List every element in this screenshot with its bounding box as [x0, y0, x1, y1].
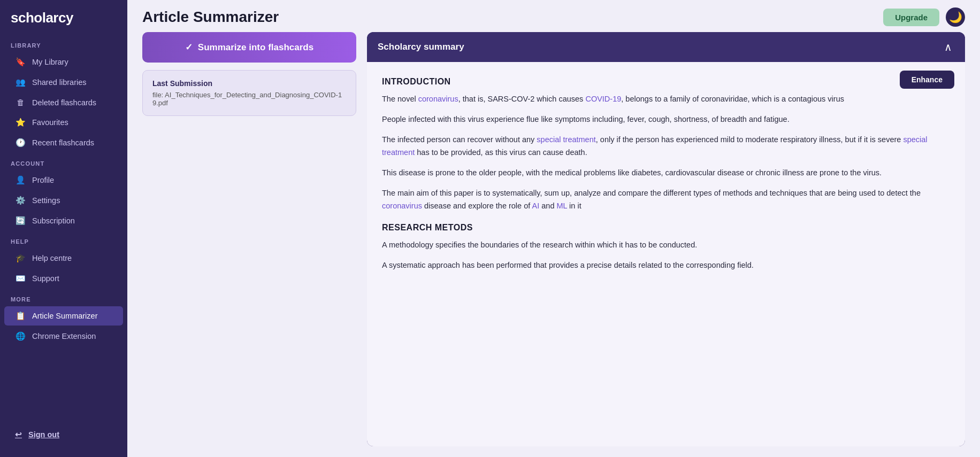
last-submission-file: file: AI_Techniques_for_Detecting_and_Di…: [152, 91, 346, 107]
sign-out-button[interactable]: ↩ Sign out: [4, 423, 123, 446]
sidebar-item-help-centre[interactable]: 🎓 Help centre: [4, 249, 123, 268]
coronavirus-link-2[interactable]: coronavirus: [382, 202, 422, 210]
envelope-icon: ✉️: [15, 274, 26, 283]
library-section-label: LIBRARY: [0, 35, 127, 52]
covid19-link[interactable]: COVID-19: [585, 95, 621, 103]
sidebar-label-support: Support: [32, 274, 59, 283]
checkmark-icon: ✓: [185, 42, 193, 53]
people-icon: 👥: [15, 78, 26, 87]
theme-toggle-button[interactable]: 🌙: [946, 7, 965, 27]
sidebar-item-article-summarizer[interactable]: 📋 Article Summarizer: [4, 306, 123, 326]
summary-header-title: Scholarcy summary: [378, 42, 464, 52]
left-panel: ✓ Summarize into flashcards Last Submiss…: [142, 32, 367, 446]
more-section-label: MORE: [0, 289, 127, 306]
intro-paragraph-4: This disease is prone to the older peopl…: [382, 167, 950, 180]
sign-out-label: Sign out: [28, 430, 59, 439]
section-title-introduction: INTRODUCTION: [382, 77, 950, 87]
summary-container: Scholarcy summary ∧ Enhance INTRODUCTION…: [367, 32, 965, 446]
intro-paragraph-2: People infected with this virus experien…: [382, 113, 950, 126]
sidebar-item-deleted-flashcards[interactable]: 🗑 Deleted flashcards: [4, 93, 123, 112]
topbar: Article Summarizer Upgrade 🌙: [127, 0, 980, 32]
refresh-icon: 🔄: [15, 216, 26, 226]
sidebar-label-help-centre: Help centre: [32, 254, 72, 262]
summarize-label: Summarize into flashcards: [198, 42, 313, 53]
sidebar-item-recent-flashcards[interactable]: 🕐 Recent flashcards: [4, 133, 123, 152]
person-icon: 👤: [15, 175, 26, 185]
moon-icon: 🌙: [949, 11, 962, 24]
sidebar-item-settings[interactable]: ⚙️ Settings: [4, 191, 123, 210]
last-submission-card: Last Submission file: AI_Techniques_for_…: [142, 70, 356, 116]
summary-header: Scholarcy summary ∧: [367, 32, 965, 62]
intro-paragraph-1: The novel coronavirus, that is, SARS-COV…: [382, 93, 950, 106]
sidebar-label-deleted-flashcards: Deleted flashcards: [32, 98, 96, 107]
intro-paragraph-5: The main aim of this paper is to systema…: [382, 187, 950, 213]
help-section-label: HELP: [0, 231, 127, 248]
clock-icon: 🕐: [15, 138, 26, 148]
sidebar-label-shared-libraries: Shared libraries: [32, 78, 87, 87]
research-paragraph-1: A methodology specifies the boundaries o…: [382, 239, 950, 252]
sidebar-label-my-library: My Library: [32, 58, 68, 66]
sidebar-label-subscription: Subscription: [32, 216, 75, 225]
graduation-icon: 🎓: [15, 253, 26, 263]
last-submission-title: Last Submission: [152, 79, 346, 88]
sidebar-item-chrome-extension[interactable]: 🌐 Chrome Extension: [4, 327, 123, 346]
section-title-research-metods: RESEARCH METODS: [382, 223, 950, 233]
enhance-button[interactable]: Enhance: [900, 71, 954, 89]
sidebar-label-profile: Profile: [32, 176, 54, 184]
trash-icon: 🗑: [15, 98, 26, 107]
account-section-label: ACCOUNT: [0, 153, 127, 170]
signout-icon: ↩: [15, 430, 22, 439]
intro-paragraph-3: The infected person can recover without …: [382, 134, 950, 159]
summary-collapse-button[interactable]: ∧: [942, 41, 954, 53]
special-treatment-link-2[interactable]: special treatment: [382, 135, 928, 157]
coronavirus-link-1[interactable]: coronavirus: [418, 95, 458, 103]
sidebar: scholarcy LIBRARY 🔖 My Library 👥 Shared …: [0, 0, 127, 457]
sidebar-item-subscription[interactable]: 🔄 Subscription: [4, 211, 123, 230]
sidebar-item-my-library[interactable]: 🔖 My Library: [4, 52, 123, 72]
sidebar-item-support[interactable]: ✉️ Support: [4, 269, 123, 288]
sidebar-label-article-summarizer: Article Summarizer: [32, 312, 97, 320]
ai-link[interactable]: AI: [532, 202, 540, 210]
summary-body: Enhance INTRODUCTION The novel coronavir…: [367, 62, 965, 446]
research-paragraph-2: A systematic approach has been performed…: [382, 259, 950, 272]
sidebar-item-favourites[interactable]: ⭐ Favourites: [4, 113, 123, 132]
sidebar-item-profile[interactable]: 👤 Profile: [4, 171, 123, 190]
app-logo: scholarcy: [0, 0, 127, 35]
ml-link[interactable]: ML: [556, 202, 567, 210]
main-content: Article Summarizer Upgrade 🌙 ✓ Summarize…: [127, 0, 980, 457]
chrome-icon: 🌐: [15, 331, 26, 341]
upgrade-button[interactable]: Upgrade: [883, 9, 939, 26]
content-area: ✓ Summarize into flashcards Last Submiss…: [127, 32, 980, 457]
sidebar-label-chrome-extension: Chrome Extension: [32, 332, 96, 340]
sidebar-label-settings: Settings: [32, 196, 60, 205]
page-title: Article Summarizer: [142, 9, 279, 26]
right-panel: Scholarcy summary ∧ Enhance INTRODUCTION…: [367, 32, 965, 446]
sidebar-item-shared-libraries[interactable]: 👥 Shared libraries: [4, 73, 123, 92]
sidebar-label-recent-flashcards: Recent flashcards: [32, 138, 94, 147]
gear-icon: ⚙️: [15, 196, 26, 205]
summarize-button[interactable]: ✓ Summarize into flashcards: [142, 32, 356, 63]
sidebar-label-favourites: Favourites: [32, 118, 68, 127]
topbar-actions: Upgrade 🌙: [883, 7, 965, 27]
bookmark-icon: 🔖: [15, 57, 26, 67]
article-icon: 📋: [15, 311, 26, 321]
star-icon: ⭐: [15, 118, 26, 127]
special-treatment-link-1[interactable]: special treatment: [537, 135, 595, 144]
